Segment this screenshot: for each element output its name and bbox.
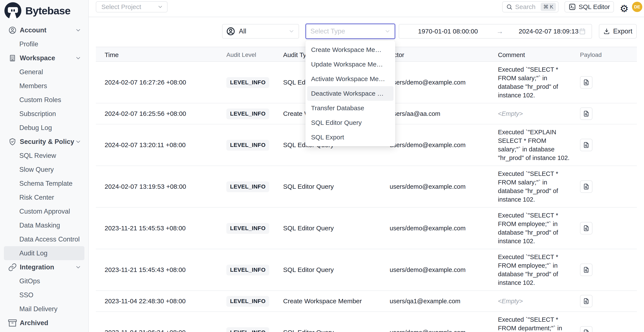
actor-filter-select[interactable]: All [222,24,299,39]
row-time: 2023-11-21 15:45:53 +08:00 [96,225,224,232]
payload-view-button[interactable] [580,139,592,151]
payload-view-button[interactable] [580,222,592,234]
sidebar-item-profile[interactable]: Profile [4,37,84,51]
type-filter-placeholder: Select Type [310,27,345,35]
sidebar-item-members[interactable]: Members [4,79,84,93]
chevron-down-icon [75,27,82,33]
row-audit-level: LEVEL_INFO [224,109,279,119]
type-option-transfer-database[interactable]: Transfer Database [307,101,394,115]
settings-gear-icon[interactable]: ⚙ [620,2,628,15]
actor-filter-value: All [239,27,246,35]
row-actor: users/demo@example.com [387,266,492,273]
sidebar: Bytebase Account Profile Workspace Gener… [0,0,89,332]
type-option-activate-workspace-me[interactable]: Activate Workspace Me… [307,72,394,86]
sidebar-item-risk-center[interactable]: Risk Center [4,190,84,204]
sidebar-item-sso[interactable]: SSO [4,288,84,302]
sidebar-item-mail-delivery[interactable]: Mail Delivery [4,302,84,316]
row-audit-level: LEVEL_INFO [224,77,279,88]
type-option-update-workspace-me[interactable]: Update Workspace Me… [307,57,394,72]
download-icon [603,28,610,35]
avatar[interactable]: DE [632,2,642,12]
search-input[interactable]: Search ⌘ K [502,1,558,12]
sidebar-item-data-access-control[interactable]: Data Access Control [4,232,84,246]
type-option-sql-editor-query[interactable]: SQL Editor Query [307,115,394,130]
bytebase-logo-icon [4,2,22,20]
row-payload [576,326,637,332]
row-comment: Executed `"SELECT * FROM employee;"` in … [492,208,576,249]
row-payload [576,264,637,276]
column-header-time: Time [96,51,224,59]
row-actor: users/demo@example.com [387,142,492,149]
row-payload [576,76,637,89]
row-comment: <Empty> [492,293,576,309]
link-icon [8,263,17,272]
type-option-create-workspace-me[interactable]: Create Workspace Me… [307,42,394,57]
export-button[interactable]: Export [599,24,637,39]
sidebar-item-schema-template[interactable]: Schema Template [4,176,84,190]
chevron-down-icon [75,55,82,61]
payload-view-button[interactable] [580,180,592,193]
sql-editor-button[interactable]: SQL Editor [564,1,614,12]
sidebar-item-sql-review[interactable]: SQL Review [4,149,84,163]
chevron-down-icon [75,139,82,145]
column-header-payload: Payload [576,51,637,58]
audit-level-badge: LEVEL_INFO [226,77,269,88]
row-time: 2024-02-07 16:25:56 +08:00 [96,110,224,117]
building-icon [8,54,17,62]
sidebar-item-subscription[interactable]: Subscription [4,107,84,121]
row-comment: Executed `"SELECT * FROM salary;"` in da… [492,62,576,103]
sidebar-item-gitops[interactable]: GitOps [4,274,84,288]
sidebar-group-workspace[interactable]: Workspace [0,51,88,65]
row-audit-type: SQL Editor Query [279,225,387,232]
audit-level-badge: LEVEL_INFO [226,181,269,192]
sidebar-item-audit-log[interactable]: Audit Log [4,246,84,260]
row-payload [576,139,637,151]
type-option-deactivate-workspace[interactable]: Deactivate Workspace … [307,86,394,101]
sidebar-group-archived[interactable]: Archived [0,316,88,330]
sidebar-item-data-masking[interactable]: Data Masking [4,218,84,232]
sidebar-group-account[interactable]: Account [0,23,88,37]
sidebar-item-slow-query[interactable]: Slow Query [4,163,84,176]
file-search-icon [583,110,590,117]
row-audit-type: SQL Editor Query [279,266,387,273]
payload-view-button[interactable] [580,107,592,120]
payload-view-button[interactable] [580,295,592,307]
payload-view-button[interactable] [580,326,592,332]
payload-view-button[interactable] [580,264,592,276]
sidebar-group-security-policy[interactable]: Security & Policy [0,135,88,149]
file-search-icon [583,142,590,149]
sidebar-item-custom-roles[interactable]: Custom Roles [4,93,84,107]
row-audit-level: LEVEL_INFO [224,181,279,192]
payload-view-button[interactable] [580,76,592,89]
row-time: 2023-11-21 15:45:43 +08:00 [96,266,224,273]
type-option-sql-export[interactable]: SQL Export [307,130,394,145]
brand-logo[interactable]: Bytebase [0,0,88,21]
row-time: 2023-11-04 22:48:30 +08:00 [96,298,224,305]
archive-icon [8,319,17,327]
file-search-icon [583,225,590,232]
row-time: 2024-02-07 16:27:26 +08:00 [96,79,224,86]
table-row: 2023-11-04 21:06:24 +08:00 LEVEL_INFO SQ… [96,312,637,332]
date-from[interactable]: 1970-01-01 08:00:00 [418,28,478,35]
terminal-icon [568,3,576,10]
audit-level-badge: LEVEL_INFO [226,296,269,307]
sidebar-group-integration[interactable]: Integration [0,260,88,274]
type-filter-select[interactable]: Select Type [306,24,395,39]
project-select[interactable]: Select Project [96,1,168,12]
sidebar-item-custom-approval[interactable]: Custom Approval [4,204,84,218]
sidebar-item-debug-log[interactable]: Debug Log [4,121,84,135]
user-circle-icon [8,26,17,34]
calendar-icon [579,28,586,35]
row-comment: <Empty> [492,106,576,121]
brand-name: Bytebase [25,5,70,17]
date-to[interactable]: 2024-02-07 18:09:13 [519,28,579,35]
row-audit-level: LEVEL_INFO [224,327,279,332]
row-payload [576,180,637,193]
file-search-icon [583,329,590,332]
column-header-comment: Comment [492,47,576,63]
sidebar-item-general[interactable]: General [4,65,84,79]
date-range-picker[interactable]: 1970-01-01 08:00:00 → 2024-02-07 18:09:1… [399,24,592,39]
project-select-placeholder: Select Project [102,3,141,10]
row-payload [576,295,637,307]
row-comment: Executed `"SELECT * FROM employee;"` in … [492,249,576,290]
